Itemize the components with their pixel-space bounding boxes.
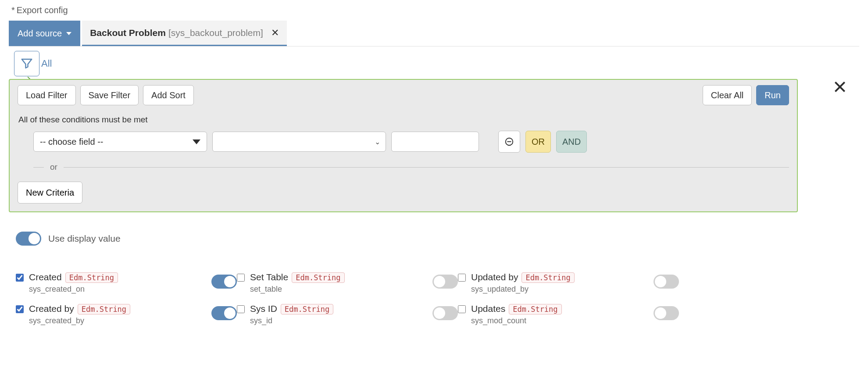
choose-field-placeholder: -- choose field -- <box>40 137 104 147</box>
field-toggle[interactable] <box>211 306 237 320</box>
caret-down-icon <box>66 32 71 35</box>
conditions-heading: All of these conditions must be met <box>18 105 789 131</box>
condition-builder: Load Filter Save Filter Add Sort Clear A… <box>9 79 798 212</box>
field-checkbox[interactable] <box>16 274 24 282</box>
field-label: Updates <box>471 304 505 314</box>
close-icon[interactable]: ✕ <box>271 27 279 39</box>
field-label: Created <box>29 272 62 282</box>
and-button[interactable]: AND <box>556 131 587 153</box>
field-label: Set Table <box>250 272 288 282</box>
operator-select[interactable]: ⌄ <box>212 132 386 152</box>
or-button[interactable]: OR <box>525 131 551 153</box>
field-label: Created by <box>29 304 74 314</box>
field-item: Sys IDEdm.Stringsys_id <box>237 304 458 325</box>
field-item: UpdatesEdm.Stringsys_mod_count <box>458 304 679 325</box>
field-label: Updated by <box>471 272 518 282</box>
clear-all-button[interactable]: Clear All <box>703 85 752 105</box>
new-criteria-button[interactable]: New Criteria <box>18 182 82 204</box>
load-filter-button[interactable]: Load Filter <box>18 85 76 105</box>
field-type-badge: Edm.String <box>65 272 118 283</box>
field-toggle[interactable] <box>432 306 458 320</box>
dropdown-icon <box>193 139 200 144</box>
field-toggle[interactable] <box>654 306 679 320</box>
use-display-value-toggle[interactable] <box>16 232 41 246</box>
add-sort-button[interactable]: Add Sort <box>143 85 194 105</box>
use-display-value-label: Use display value <box>48 233 121 244</box>
field-sysname: sys_id <box>250 316 432 325</box>
value-input[interactable] <box>391 132 479 152</box>
field-checkbox[interactable] <box>237 305 245 313</box>
tab-label: Backout Problem <box>90 28 166 38</box>
field-item: CreatedEdm.Stringsys_created_on <box>16 272 237 294</box>
field-checkbox[interactable] <box>458 274 466 282</box>
close-builder-button[interactable] <box>833 80 847 95</box>
field-sysname: sys_updated_by <box>471 285 654 294</box>
filter-toggle-button[interactable] <box>14 51 39 76</box>
field-label: Sys ID <box>250 304 277 314</box>
field-type-badge: Edm.String <box>292 272 344 283</box>
field-checkbox[interactable] <box>237 274 245 282</box>
or-separator: or <box>18 153 789 182</box>
field-sysname: sys_created_by <box>29 316 211 325</box>
field-toggle[interactable] <box>211 275 237 289</box>
field-sysname: set_table <box>250 285 432 294</box>
run-button[interactable]: Run <box>756 85 789 105</box>
field-checkbox[interactable] <box>16 305 24 313</box>
save-filter-button[interactable]: Save Filter <box>80 85 139 105</box>
tab-sysname: [sys_backout_problem] <box>168 28 263 38</box>
field-item: Created byEdm.Stringsys_created_by <box>16 304 237 325</box>
tabstrip: Add source Backout Problem [sys_backout_… <box>9 21 859 46</box>
field-sysname: sys_created_on <box>29 285 211 294</box>
funnel-icon <box>20 57 33 70</box>
field-checkbox[interactable] <box>458 305 466 313</box>
field-item: Updated byEdm.Stringsys_updated_by <box>458 272 679 294</box>
field-type-badge: Edm.String <box>509 304 561 314</box>
fields-grid: CreatedEdm.Stringsys_created_onCreated b… <box>9 246 859 335</box>
export-config-label: *Export config <box>9 0 859 21</box>
field-type-badge: Edm.String <box>522 272 574 283</box>
add-source-button[interactable]: Add source <box>9 21 80 46</box>
field-toggle[interactable] <box>432 275 458 289</box>
field-toggle[interactable] <box>654 275 679 289</box>
filter-all-label[interactable]: All <box>41 58 52 69</box>
close-icon <box>833 80 847 94</box>
chevron-down-icon: ⌄ <box>375 138 380 146</box>
field-sysname: sys_mod_count <box>471 316 654 325</box>
field-item: Set TableEdm.Stringset_table <box>237 272 458 294</box>
field-type-badge: Edm.String <box>281 304 333 314</box>
field-type-badge: Edm.String <box>78 304 130 314</box>
tab-backout-problem[interactable]: Backout Problem [sys_backout_problem] ✕ <box>82 21 287 46</box>
remove-condition-button[interactable] <box>498 131 520 153</box>
choose-field-select[interactable]: -- choose field -- <box>33 132 207 152</box>
minus-circle-icon <box>504 137 514 146</box>
